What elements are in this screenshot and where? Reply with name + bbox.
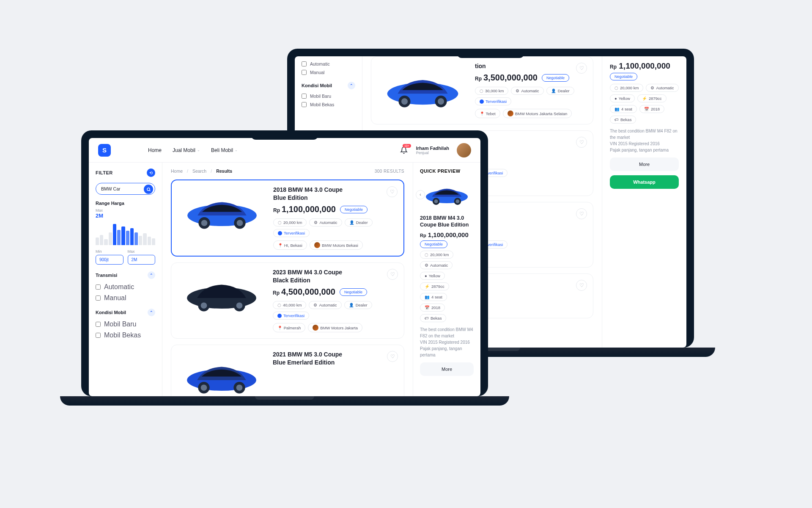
location-chip: 📍 Palmerah <box>273 323 305 332</box>
svg-point-11 <box>237 220 243 226</box>
checkbox-label: Manual <box>310 70 324 75</box>
spec-chip: ⚙Automatic <box>309 301 341 309</box>
car-title: 2021 BMW M5 3.0 Coupe <box>273 351 398 358</box>
spec-chips-row: ◌30,000 km⚙Automatic👤DealerTerverifikasi <box>475 87 587 105</box>
favorite-button[interactable]: ♡ <box>387 186 398 197</box>
svg-point-26 <box>455 199 459 203</box>
collapse-icon[interactable]: ⌃ <box>148 271 155 279</box>
chip-icon: 📅 <box>644 107 649 111</box>
car-edition: Blue Edition <box>273 194 398 201</box>
spec-chip: ◌20,000 km <box>610 84 643 92</box>
car-illustration <box>177 354 266 397</box>
chip-icon: 👤 <box>349 220 354 225</box>
spec-chip: 🏷Bekas <box>420 314 446 322</box>
spec-chip: ⚙Automatic <box>511 87 543 95</box>
notifications-button[interactable]: 10+ <box>399 146 409 155</box>
negotiable-badge: Negotiable <box>420 240 447 248</box>
chip-icon: 👤 <box>349 303 354 307</box>
more-button[interactable]: More <box>610 157 679 171</box>
nav-jual[interactable]: Jual Mobil⌄ <box>173 147 200 153</box>
trans-manual-checkbox[interactable]: Manual <box>302 68 355 77</box>
nav-beli[interactable]: Beli Mobil⌄ <box>211 147 238 153</box>
svg-point-24 <box>434 199 438 203</box>
dealer-chip: BMW Motors Jakarta <box>308 323 362 332</box>
trans-manual-checkbox[interactable]: Manual <box>96 293 155 304</box>
spec-chip: ●Yellow <box>610 94 635 102</box>
preview-image: ‹ <box>420 179 474 210</box>
location-chip: 📍 Tebet <box>475 109 500 118</box>
max-input[interactable] <box>128 255 156 265</box>
spec-chips-row: ◌40,000 km⚙Automatic👤DealerTerverifikasi <box>273 301 398 320</box>
results-list: 2018 BMW M4 3.0 Coupe Blue Edition Rp1,1… <box>171 179 404 396</box>
chip-icon: ⚙ <box>314 220 318 225</box>
svg-point-5 <box>147 188 149 190</box>
spec-chip: 👥4 seat <box>420 293 447 301</box>
favorite-button[interactable]: ♡ <box>576 63 587 74</box>
spec-chip: ⚙Automatic <box>420 261 453 269</box>
spec-chip: ⚡2879cc <box>420 282 449 290</box>
main-nav: Home Jual Mobil⌄ Beli Mobil⌄ <box>148 147 238 153</box>
filter-sidebar: FILTER ⟲ Range Harga Max 2M Min <box>89 163 162 396</box>
trans-automatic-checkbox[interactable]: Automatic <box>302 60 355 68</box>
crumb-search[interactable]: Search <box>192 168 206 174</box>
favorite-button[interactable]: ♡ <box>387 269 398 280</box>
filter-reset-button[interactable]: ⟲ <box>147 168 155 177</box>
chip-icon: 🏷 <box>614 117 619 122</box>
preview-prev-button[interactable]: ‹ <box>416 190 425 199</box>
breadcrumb: Home / Search / Results <box>171 168 232 174</box>
avatar[interactable] <box>457 143 471 157</box>
chip-icon: ◌ <box>480 88 483 93</box>
notification-badge: 10+ <box>403 144 411 148</box>
more-button[interactable]: More <box>420 362 474 376</box>
range-max-label: Max <box>96 208 155 213</box>
user-info[interactable]: Irham Fadhilah Penjual <box>416 146 449 155</box>
price-histogram[interactable] <box>96 221 155 245</box>
search-button[interactable] <box>144 185 153 194</box>
notch <box>251 130 318 140</box>
svg-point-19 <box>201 384 207 391</box>
favorite-button[interactable]: ♡ <box>576 208 587 219</box>
car-image <box>377 63 468 118</box>
filter-title: FILTER <box>96 170 113 175</box>
cond-bekas-checkbox[interactable]: Mobil Bekas <box>96 330 155 341</box>
cond-baru-checkbox[interactable]: Mobil Baru <box>302 92 355 100</box>
car-price: Rp1,100,000,000 <box>273 204 336 214</box>
favorite-button[interactable]: ♡ <box>576 280 587 291</box>
svg-line-6 <box>149 190 150 191</box>
user-name: Irham Fadhilah <box>416 146 449 151</box>
car-result-card[interactable]: 2018 BMW M4 3.0 Coupe Blue Edition Rp1,1… <box>171 179 404 257</box>
chevron-down-icon: ⌄ <box>197 148 200 152</box>
app-logo[interactable]: S <box>98 144 111 157</box>
nav-home[interactable]: Home <box>148 147 162 153</box>
car-image <box>177 269 266 320</box>
chip-icon: ◌ <box>614 86 618 90</box>
car-illustration <box>377 67 468 113</box>
min-input[interactable] <box>96 255 123 265</box>
favorite-button[interactable]: ♡ <box>387 351 398 362</box>
car-result-card[interactable]: 2021 BMW M5 3.0 Coupe Blue Emerlard Edit… <box>171 345 404 396</box>
cond-bekas-checkbox[interactable]: Mobil Bekas <box>302 100 355 109</box>
car-illustration <box>420 181 474 208</box>
verified-chip: Terverifikasi <box>273 312 309 320</box>
results-main: Home / Search / Results 300 RESULTS 2018… <box>162 163 413 396</box>
cond-baru-checkbox[interactable]: Mobil Baru <box>96 319 155 330</box>
preview-price: Rp 1,100,000,000 <box>610 61 679 71</box>
crumb-home[interactable]: Home <box>171 168 183 174</box>
svg-point-14 <box>201 302 207 309</box>
svg-point-16 <box>236 302 243 309</box>
negotiable-badge: Negotiable <box>340 206 368 213</box>
trans-automatic-checkbox[interactable]: Automatic <box>96 282 155 293</box>
collapse-icon[interactable]: ⌃ <box>348 82 355 89</box>
search-icon <box>146 187 151 192</box>
collapse-icon[interactable]: ⌃ <box>148 309 155 316</box>
spec-chip: ●Yellow <box>420 272 445 280</box>
chip-icon: ⚙ <box>516 88 519 93</box>
car-edition: tion <box>475 63 587 69</box>
whatsapp-button[interactable]: Whatsapp <box>610 175 679 189</box>
preview-description: The best condition BMW M4 F82 on the mar… <box>610 128 679 153</box>
car-result-card[interactable]: 2023 BMW M4 3.0 Coupe Black Edition Rp4,… <box>171 262 404 339</box>
favorite-button[interactable]: ♡ <box>576 137 587 148</box>
preview-title: QUICK PREVIEW <box>420 168 474 174</box>
car-result-card[interactable]: tion Rp3,500,000,000Negotiable ◌30,000 k… <box>371 56 593 124</box>
car-edition: Blue Emerlard Edition <box>273 359 398 366</box>
